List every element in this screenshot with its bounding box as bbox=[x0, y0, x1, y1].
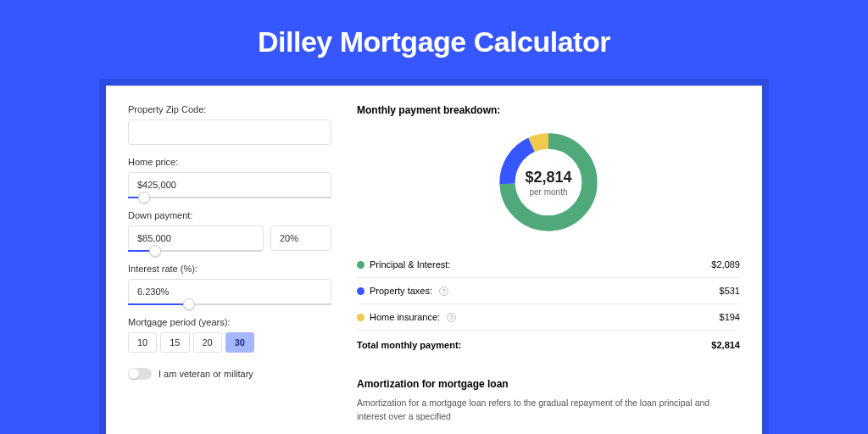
legend-dot bbox=[357, 261, 364, 269]
interest-slider[interactable] bbox=[128, 303, 331, 305]
donut-sub: per month bbox=[529, 187, 567, 197]
help-icon[interactable]: ? bbox=[447, 313, 456, 322]
breakdown-title: Monthly payment breakdown: bbox=[357, 104, 740, 116]
home-price-field: Home price: bbox=[128, 157, 331, 198]
period-btn-15[interactable]: 15 bbox=[160, 332, 189, 353]
legend-dot bbox=[357, 314, 364, 321]
home-price-input[interactable] bbox=[128, 172, 331, 198]
help-icon[interactable]: ? bbox=[439, 287, 448, 296]
form-column: Property Zip Code: Home price: Down paym… bbox=[128, 104, 331, 424]
breakdown-line: Home insurance:?$194 bbox=[357, 304, 740, 331]
amortization-section: Amortization for mortgage loan Amortizat… bbox=[357, 378, 740, 424]
veteran-label: I am veteran or military bbox=[159, 369, 253, 379]
breakdown-item-value: $2,089 bbox=[711, 259, 740, 270]
breakdown-item-value: $531 bbox=[720, 286, 740, 296]
period-btn-30[interactable]: 30 bbox=[225, 332, 254, 353]
period-field: Mortgage period (years): 10152030 bbox=[128, 317, 331, 353]
slider-thumb[interactable] bbox=[183, 298, 195, 310]
down-payment-percent-input[interactable] bbox=[270, 225, 331, 251]
total-value: $2,814 bbox=[711, 340, 740, 350]
period-btn-20[interactable]: 20 bbox=[193, 332, 222, 353]
breakdown-column: Monthly payment breakdown: $2,814 per mo… bbox=[357, 104, 740, 424]
period-btn-10[interactable]: 10 bbox=[128, 332, 157, 353]
donut-wrap: $2,814 per month bbox=[357, 128, 740, 236]
interest-input[interactable] bbox=[128, 279, 331, 304]
home-price-label: Home price: bbox=[128, 157, 331, 167]
period-options: 10152030 bbox=[128, 332, 331, 353]
breakdown-line: Principal & Interest:$2,089 bbox=[357, 252, 740, 278]
slider-thumb[interactable] bbox=[149, 245, 161, 257]
zip-label: Property Zip Code: bbox=[128, 104, 331, 114]
zip-input[interactable] bbox=[128, 120, 331, 145]
home-price-slider[interactable] bbox=[128, 197, 331, 198]
amortization-body: Amortization for a mortgage loan refers … bbox=[357, 397, 740, 424]
breakdown-item-label: Principal & Interest: bbox=[370, 259, 450, 270]
legend-dot bbox=[357, 287, 364, 295]
card-frame: Property Zip Code: Home price: Down paym… bbox=[99, 79, 769, 434]
total-row: Total monthly payment: $2,814 bbox=[357, 331, 740, 358]
page-title: Dilley Mortgage Calculator bbox=[0, 0, 868, 79]
breakdown-line: Property taxes:?$531 bbox=[357, 278, 740, 304]
total-label: Total monthly payment: bbox=[357, 340, 461, 350]
down-payment-slider[interactable] bbox=[128, 250, 262, 252]
amortization-title: Amortization for mortgage loan bbox=[357, 378, 740, 390]
breakdown-item-value: $194 bbox=[720, 312, 740, 322]
slider-thumb[interactable] bbox=[138, 192, 150, 203]
calculator-card: Property Zip Code: Home price: Down paym… bbox=[106, 86, 762, 434]
donut-chart: $2,814 per month bbox=[494, 128, 603, 236]
down-payment-field: Down payment: bbox=[128, 210, 331, 252]
down-payment-label: Down payment: bbox=[128, 210, 331, 220]
period-label: Mortgage period (years): bbox=[128, 317, 331, 327]
interest-label: Interest rate (%): bbox=[128, 264, 331, 274]
donut-amount: $2,814 bbox=[525, 169, 571, 186]
breakdown-item-label: Home insurance: bbox=[370, 312, 440, 322]
toggle-knob bbox=[129, 369, 139, 379]
veteran-toggle[interactable] bbox=[128, 368, 152, 380]
zip-field: Property Zip Code: bbox=[128, 104, 331, 145]
breakdown-lines: Principal & Interest:$2,089Property taxe… bbox=[357, 252, 740, 331]
down-payment-input[interactable] bbox=[128, 225, 264, 251]
breakdown-item-label: Property taxes: bbox=[370, 286, 432, 296]
veteran-row: I am veteran or military bbox=[128, 368, 331, 380]
interest-field: Interest rate (%): bbox=[128, 264, 331, 305]
